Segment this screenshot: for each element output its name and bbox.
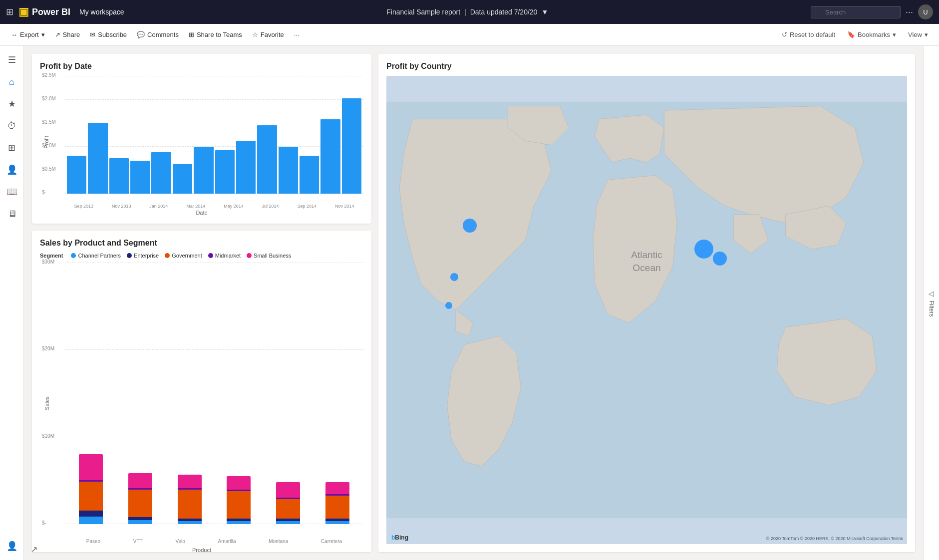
map-bubble[interactable] xyxy=(445,302,452,309)
bar[interactable] xyxy=(300,156,319,194)
stacked-chart-area[interactable]: Sales $30M $20M $10M $- PaseoVTTVeloAmar… xyxy=(40,263,363,544)
stacked-bar-group[interactable] xyxy=(316,482,358,524)
x-label: Carretera xyxy=(321,539,342,544)
bar[interactable] xyxy=(194,147,213,194)
view-button[interactable]: View ▾ xyxy=(904,29,932,40)
stacked-bar-group[interactable] xyxy=(218,476,260,524)
map-bubble[interactable] xyxy=(463,219,477,233)
stacked-bar xyxy=(325,482,349,524)
stack-segment xyxy=(178,475,202,488)
more-toolbar-button[interactable]: ··· xyxy=(290,29,304,40)
stacked-bars-container xyxy=(65,263,363,524)
x-label: Mar 2014 xyxy=(186,204,205,209)
favorite-button[interactable]: ☆ Favorite xyxy=(248,29,288,40)
avatar[interactable]: U xyxy=(918,4,933,19)
x-label: Jan 2014 xyxy=(149,204,168,209)
map-container[interactable]: Atlantic Ocean bBing © 2020 TomTom © 202… xyxy=(386,76,907,544)
stacked-bar-group[interactable] xyxy=(119,473,162,524)
map-copyright: © 2020 TomTom © 2020 HERE, © 2020 Micros… xyxy=(766,536,903,541)
x-label: Montana xyxy=(269,539,288,544)
stack-segment xyxy=(276,521,300,524)
sidebar-item-home[interactable]: ⌂ xyxy=(2,72,22,92)
bar[interactable] xyxy=(342,98,361,194)
stack-segment xyxy=(79,511,103,517)
sidebar-item-favorites[interactable]: ★ xyxy=(2,94,22,114)
reset-default-button[interactable]: ↺ Reset to default xyxy=(778,29,839,40)
bar[interactable] xyxy=(173,164,192,194)
teams-icon: ⊞ xyxy=(189,31,194,38)
filters-panel[interactable]: ◁ Filters xyxy=(923,46,939,560)
profit-date-chart[interactable]: Profit $2.5M $2.0M $1.5M $1.0M $0.5M $- … xyxy=(40,76,363,216)
legend-dot xyxy=(208,253,213,258)
profit-by-date-card: Profit by Date Profit $2.5M $2.0M $1.5M … xyxy=(32,54,371,224)
bookmarks-button[interactable]: 🔖 Bookmarks ▾ xyxy=(843,29,900,40)
legend-dot xyxy=(165,253,170,258)
stacked-bar-group[interactable] xyxy=(70,454,112,524)
expand-button[interactable]: ↗ xyxy=(31,545,37,554)
toolbar-right: ↺ Reset to default 🔖 Bookmarks ▾ View ▾ xyxy=(778,29,932,40)
stack-segment xyxy=(227,521,251,524)
bar[interactable] xyxy=(279,147,298,194)
legend-dot xyxy=(71,253,76,258)
stack-segment xyxy=(325,521,349,524)
subscribe-button[interactable]: ✉ Subscribe xyxy=(86,29,131,40)
dropdown-icon[interactable]: ▼ xyxy=(541,8,548,16)
bar[interactable] xyxy=(236,141,256,194)
bar[interactable] xyxy=(257,125,277,194)
export-button[interactable]: ↔ Export ▾ xyxy=(7,29,49,40)
x-label: Sep 2013 xyxy=(74,204,93,209)
legend-name: Enterprise xyxy=(134,253,159,259)
bar[interactable] xyxy=(88,123,107,194)
stack-segment xyxy=(79,482,103,511)
stack-segment xyxy=(79,454,103,480)
share-icon: ↗ xyxy=(55,31,60,38)
grid-menu-icon[interactable]: ⊞ xyxy=(6,6,13,17)
stack-segment xyxy=(128,473,152,488)
map-bubble[interactable] xyxy=(713,252,727,266)
workspace-name[interactable]: My workspace xyxy=(79,8,124,16)
more-options-icon[interactable]: ··· xyxy=(906,7,913,17)
bar[interactable] xyxy=(151,152,171,194)
stacked-bar-group[interactable] xyxy=(168,475,211,524)
segment-legend-label: Segment xyxy=(40,253,63,259)
bookmark-icon: 🔖 xyxy=(847,31,855,38)
map-bubble[interactable] xyxy=(450,273,458,281)
reset-icon: ↺ xyxy=(782,31,787,38)
stack-segment xyxy=(325,496,349,519)
sidebar-item-shared[interactable]: 👤 xyxy=(2,160,22,180)
legend-name: Small Business xyxy=(254,253,291,259)
report-title: Financial Sample report xyxy=(386,8,460,16)
stacked-bar-group[interactable] xyxy=(267,482,310,524)
x-axis-stacked: PaseoVTTVeloAmarillaMontanaCarretera xyxy=(65,539,363,544)
comments-button[interactable]: 💬 Comments xyxy=(133,29,183,40)
bar[interactable] xyxy=(67,156,86,194)
bar[interactable] xyxy=(320,119,340,194)
share-teams-button[interactable]: ⊞ Share to Teams xyxy=(185,29,246,40)
favorite-label: Favorite xyxy=(261,31,284,38)
sidebar-item-workspaces[interactable]: 🖥 xyxy=(2,204,22,224)
map-bubble[interactable] xyxy=(694,240,713,259)
x-label: Amarilla xyxy=(218,539,236,544)
view-chevron: ▾ xyxy=(925,31,928,38)
top-navigation: ⊞ ▣ Power BI My workspace Financial Samp… xyxy=(0,0,939,24)
subscribe-icon: ✉ xyxy=(90,31,95,38)
search-input[interactable] xyxy=(811,6,901,18)
share-button[interactable]: ↗ Share xyxy=(51,29,84,40)
x-axis: Sep 2013Nov 2013Jan 2014Mar 2014May 2014… xyxy=(65,204,363,209)
powerbi-logo-icon: ▣ xyxy=(18,5,29,18)
bar[interactable] xyxy=(130,161,150,194)
sidebar-item-learn[interactable]: 📖 xyxy=(2,182,22,202)
sidebar-item-profile[interactable]: 👤 xyxy=(2,536,22,556)
sidebar-item-recent[interactable]: ⏱ xyxy=(2,116,22,136)
legend-name: Midmarket xyxy=(215,253,241,259)
bar[interactable] xyxy=(215,150,235,194)
bar[interactable] xyxy=(109,158,129,194)
sidebar-item-menu[interactable]: ☰ xyxy=(2,50,22,70)
sidebar-item-apps[interactable]: ⊞ xyxy=(2,138,22,158)
x-label: May 2014 xyxy=(224,204,244,209)
subscribe-label: Subscribe xyxy=(98,31,127,38)
stack-segment xyxy=(178,490,202,519)
x-axis-title: Date xyxy=(40,210,363,216)
report-info: Financial Sample report | Data updated 7… xyxy=(129,8,806,16)
stack-segment xyxy=(227,476,251,490)
